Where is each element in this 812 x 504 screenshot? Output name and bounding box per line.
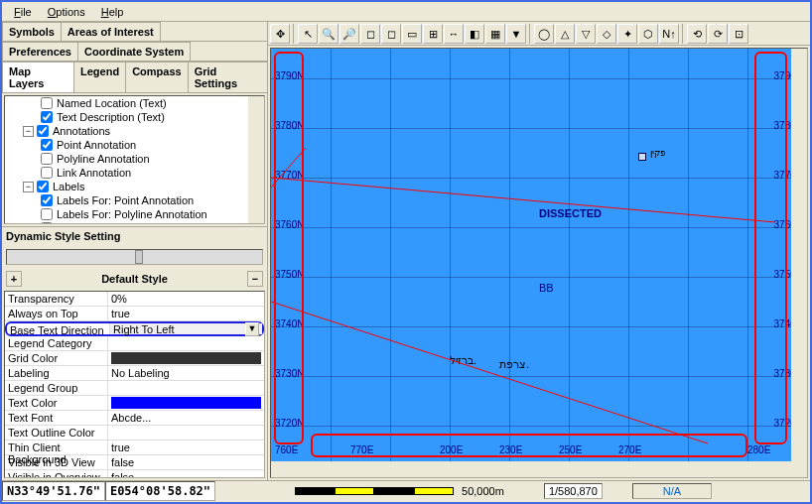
tree-item: Text Description (Text) [5, 110, 264, 124]
checkbox[interactable] [37, 181, 49, 192]
menu-help[interactable]: Help [93, 4, 132, 19]
style-slider[interactable] [6, 249, 263, 265]
checkbox[interactable] [41, 194, 53, 206]
checkbox[interactable] [41, 139, 53, 151]
tree-label: Named Location (Text) [57, 97, 167, 109]
annotation-rect [754, 52, 787, 444]
base-text-direction-select[interactable]: Right To Left▼ [110, 323, 262, 334]
checkbox[interactable] [41, 111, 53, 123]
tab-aoi[interactable]: Areas of Interest [61, 22, 161, 41]
text-color-value[interactable] [108, 396, 264, 410]
svg-line-0 [271, 178, 775, 222]
tool-button[interactable]: ◧ [465, 24, 484, 44]
grid-color-value[interactable] [108, 351, 264, 365]
annotation-rect [274, 52, 304, 444]
map-canvas[interactable]: 3790N3790N 3780N3780N 3770N3770N 3760N37… [270, 48, 808, 478]
tool-button[interactable]: ▼ [506, 24, 526, 44]
grid-label: 3790N [275, 70, 304, 81]
tool-button[interactable]: ▦ [485, 24, 505, 44]
tool-button[interactable]: ▽ [576, 24, 596, 44]
tool-button[interactable]: ◯ [534, 24, 554, 44]
tool-button[interactable]: ⊡ [729, 24, 748, 44]
prop-value[interactable] [108, 381, 264, 395]
checkbox[interactable] [41, 222, 53, 224]
prop-value[interactable]: No Labeling [108, 366, 264, 380]
tree-label: Point Annotation [57, 139, 136, 151]
tool-button[interactable]: ⟲ [687, 24, 707, 44]
tool-button[interactable]: ⟳ [708, 24, 728, 44]
tab-symbols[interactable]: Symbols [2, 22, 62, 41]
map-label-dissected: DISSECTED [539, 207, 602, 219]
tree-item: Named Location (Text) [5, 96, 264, 110]
grid-label: 3750N [275, 269, 304, 280]
tool-button[interactable]: ⊞ [423, 24, 443, 44]
checkbox[interactable] [41, 153, 53, 165]
property-grid[interactable]: Transparency0% Always on Toptrue Base Te… [4, 291, 265, 478]
map-scrollbar-h[interactable] [271, 461, 791, 477]
tool-button[interactable]: ◻ [381, 24, 401, 44]
prop-name: Text Outline Color [5, 426, 108, 440]
add-style-button[interactable]: + [6, 271, 22, 287]
tool-button[interactable]: △ [555, 24, 575, 44]
prop-value[interactable]: 0% [108, 292, 264, 306]
map-scrollbar-v[interactable] [791, 49, 807, 461]
zoom-in-tool[interactable]: 🔍 [319, 24, 338, 44]
tab-map-layers[interactable]: Map Layers [2, 62, 74, 92]
prop-value[interactable]: false [108, 455, 264, 469]
scrollbar-vertical[interactable] [248, 96, 264, 223]
map-point-symbol[interactable] [638, 153, 646, 161]
collapse-icon[interactable]: − [23, 126, 34, 137]
menu-options[interactable]: Options [40, 4, 93, 19]
color-swatch [111, 397, 261, 409]
annotation-lines [271, 49, 807, 477]
tool-button[interactable]: ▭ [402, 24, 422, 44]
scale-bar: 50,000m [295, 485, 504, 497]
checkbox[interactable] [41, 97, 53, 109]
tree-item: Point Annotation [5, 138, 264, 152]
checkbox[interactable] [37, 125, 49, 137]
tree-label: Polyline Annotation [57, 153, 150, 165]
prop-value[interactable] [108, 336, 264, 350]
prop-name: Legend Category [5, 336, 108, 350]
tab-grid-settings[interactable]: Grid Settings [188, 62, 268, 92]
tab-compass[interactable]: Compass [125, 62, 189, 92]
checkbox[interactable] [41, 208, 53, 220]
grid-label: 770E [350, 444, 373, 455]
checkbox[interactable] [41, 167, 53, 179]
tree-label: Annotations [53, 125, 110, 137]
annotation-rect [311, 434, 747, 457]
zoom-out-tool[interactable]: 🔎 [339, 24, 359, 44]
tool-button[interactable]: ↔ [444, 24, 464, 44]
tree-item: Polyline Annotation [5, 152, 264, 166]
scale-distance: 50,000m [462, 485, 504, 497]
menu-file[interactable]: File [6, 4, 40, 19]
tab-preferences[interactable]: Preferences [2, 42, 78, 61]
tool-button[interactable]: ◻ [360, 24, 380, 44]
slider-handle[interactable] [135, 250, 143, 264]
scrollbar-corner [791, 461, 807, 477]
prop-value[interactable] [108, 426, 264, 440]
tool-button[interactable]: ◇ [597, 24, 616, 44]
tab-legend[interactable]: Legend [73, 62, 126, 92]
scale-ratio[interactable]: 1/580,870 [544, 483, 603, 499]
layers-tree[interactable]: Named Location (Text) Text Description (… [4, 95, 265, 224]
collapse-icon[interactable]: − [23, 182, 34, 192]
tab-coord[interactable]: Coordinate System [77, 42, 191, 61]
remove-style-button[interactable]: − [247, 271, 263, 287]
longitude-display: E054°08'58.82" [105, 481, 215, 501]
svg-line-2 [271, 148, 306, 188]
tool-button[interactable]: ⬡ [638, 24, 658, 44]
prop-value[interactable]: true [108, 441, 264, 454]
prop-value[interactable]: true [108, 307, 264, 320]
tree-item: −Annotations [5, 124, 264, 138]
tool-button[interactable]: ✦ [617, 24, 637, 44]
prop-value[interactable]: false [108, 470, 264, 478]
dropdown-arrow-icon[interactable]: ▼ [245, 322, 259, 336]
pointer-tool[interactable]: ↖ [298, 24, 318, 44]
tool-button[interactable]: ✥ [270, 24, 290, 44]
grid-label: 3720N [275, 418, 304, 429]
tool-button[interactable]: N↑ [659, 24, 679, 44]
prop-name: Visible in Overview [5, 470, 108, 478]
tree-label: Labels [53, 181, 84, 192]
prop-value[interactable]: Abcde... [108, 411, 264, 425]
